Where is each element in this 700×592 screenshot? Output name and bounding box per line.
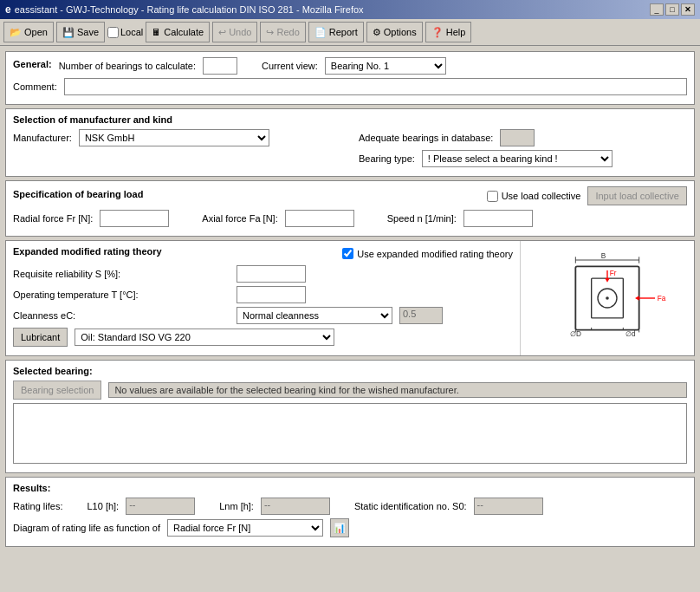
cleanness-select[interactable]: Normal cleanness — [237, 307, 392, 324]
save-button[interactable]: 💾 Save — [56, 22, 105, 42]
undo-icon: ↩ — [218, 27, 226, 38]
speed-input[interactable]: 1000.0 — [463, 210, 533, 227]
comment-label: Comment: — [13, 81, 57, 92]
adequate-count — [500, 129, 535, 146]
cleanness-num: 0.5 — [399, 307, 443, 324]
report-button[interactable]: 📄 Report — [308, 22, 364, 42]
bearing-selection-row: Bearing selection No values are availabl… — [13, 381, 687, 400]
bearing-selection-button[interactable]: Bearing selection — [13, 381, 101, 400]
use-load-collective-label: Use load collective — [487, 191, 581, 202]
manufacturer-section-title: Selection of manufacturer and kind — [13, 114, 687, 125]
axial-label: Axial force Fa [N]: — [202, 213, 277, 224]
svg-text:B: B — [601, 252, 606, 260]
manufacturer-section: Selection of manufacturer and kind Manuf… — [5, 108, 695, 177]
title-bar-buttons: _ □ ✕ — [650, 3, 695, 16]
rating-section-title: Expanded modified rating theory — [13, 246, 162, 257]
lnm-value: -- — [261, 498, 330, 515]
reliability-input[interactable]: 90.0 — [237, 265, 306, 283]
static-label: Static identification no. S0: — [354, 501, 467, 511]
title-bar-left: e eassistant - GWJ-Technology - Rating l… — [5, 3, 364, 16]
temperature-label: Operating temperature T [°C]: — [13, 289, 230, 300]
num-bearings-input[interactable]: 1 — [203, 57, 237, 75]
load-section-title: Specification of bearing load — [13, 189, 143, 199]
svg-text:∅d: ∅d — [625, 330, 636, 338]
bearing-section: Selected bearing: Bearing selection No v… — [5, 360, 695, 473]
results-section: Results: Rating lifes: L10 [h]: -- Lnm [… — [5, 477, 695, 547]
current-view-select[interactable]: Bearing No. 1 — [325, 57, 446, 75]
undo-button[interactable]: ↩ Undo — [212, 22, 257, 42]
bearing-message: No values are available for the selected… — [108, 382, 687, 398]
window-title: eassistant - GWJ-Technology - Rating lif… — [15, 4, 364, 15]
diagram-label: Diagram of rating life as function of — [13, 523, 160, 533]
radial-label: Radial force Fr [N]: — [13, 213, 93, 224]
calculate-icon: 🖩 — [152, 27, 161, 37]
num-bearings-label: Number of bearings to calculate: — [59, 61, 196, 71]
rating-right: B Fr Fa ∅D ∅d — [521, 241, 694, 355]
speed-label: Speed n [1/min]: — [387, 213, 457, 224]
results-title: Results: — [13, 483, 687, 493]
bearing-type-label: Bearing type: — [359, 153, 415, 164]
manufacturer-right: Adequate bearings in database: Bearing t… — [359, 129, 687, 171]
svg-marker-12 — [635, 296, 639, 301]
manufacturer-row: Manufacturer: NSK GmbH — [13, 129, 341, 146]
calculate-button[interactable]: 🖩 Calculate — [146, 22, 210, 42]
save-icon: 💾 — [62, 27, 75, 38]
open-button[interactable]: 📂 Open — [3, 22, 54, 42]
comment-input[interactable] — [64, 78, 687, 95]
diagram-select[interactable]: Radial force Fr [N] — [167, 519, 323, 537]
radial-input[interactable]: 1000.0 — [100, 210, 169, 227]
svg-text:Fa: Fa — [658, 295, 666, 303]
minimize-button[interactable]: _ — [650, 3, 664, 16]
lubricant-button[interactable]: Lubricant — [13, 328, 68, 347]
open-icon: 📂 — [10, 27, 22, 38]
bearing-type-row: Bearing type: ! Please select a bearing … — [359, 150, 687, 167]
main-content: General: Number of bearings to calculate… — [0, 46, 700, 552]
close-button[interactable]: ✕ — [681, 3, 695, 16]
general-section: General: Number of bearings to calculate… — [5, 51, 695, 105]
local-checkbox[interactable] — [107, 27, 119, 38]
lubricant-select[interactable]: Oil: Standard ISO VG 220 — [75, 329, 334, 346]
redo-button[interactable]: ↪ Redo — [260, 22, 305, 42]
toolbar: 📂 Open 💾 Save Local 🖩 Calculate ↩ Undo ↪… — [0, 19, 700, 46]
help-button[interactable]: ❓ Help — [425, 22, 472, 42]
maximize-button[interactable]: □ — [665, 3, 679, 16]
help-icon: ❓ — [431, 27, 444, 38]
use-expanded-label: Use expanded modified rating theory — [342, 248, 513, 259]
svg-point-3 — [606, 296, 609, 300]
bearing-section-title: Selected bearing: — [13, 366, 687, 376]
lnm-label: Lnm [h]: — [219, 501, 254, 511]
temperature-row: Operating temperature T [°C]: 70.0 — [13, 286, 513, 303]
bearing-type-select[interactable]: ! Please select a bearing kind ! — [422, 150, 612, 167]
load-row: Radial force Fr [N]: 1000.0 Axial force … — [13, 210, 687, 227]
adequate-label: Adequate bearings in database: — [359, 133, 493, 143]
l10-value: -- — [126, 498, 195, 515]
cleanness-row: Cleanness eC: Normal cleanness 0.5 — [13, 307, 513, 324]
bearing-display — [13, 403, 687, 464]
diagram-button[interactable]: 📊 — [330, 518, 349, 537]
input-load-collective-button[interactable]: Input load collective — [587, 186, 687, 205]
use-expanded-checkbox[interactable] — [342, 248, 353, 259]
chart-icon: 📊 — [334, 523, 346, 534]
svg-text:Fr: Fr — [610, 270, 617, 277]
current-view-label: Current view: — [262, 61, 318, 71]
load-section: Specification of bearing load Use load c… — [5, 180, 695, 237]
manufacturer-select[interactable]: NSK GmbH — [79, 129, 269, 146]
rating-section: Expanded modified rating theory Use expa… — [5, 240, 695, 356]
use-load-collective-checkbox[interactable] — [487, 191, 498, 202]
rating-lifes-label: Rating lifes: — [13, 501, 62, 511]
axial-input[interactable]: 500.0 — [285, 210, 354, 227]
options-button[interactable]: ⚙ Options — [366, 22, 423, 42]
app-icon: e — [5, 3, 11, 16]
manufacturer-label: Manufacturer: — [13, 133, 72, 143]
redo-icon: ↪ — [266, 27, 274, 38]
adequate-row: Adequate bearings in database: — [359, 129, 687, 146]
static-value: -- — [474, 498, 543, 515]
bearing-diagram: B Fr Fa ∅D ∅d — [525, 250, 690, 346]
results-row2: Diagram of rating life as function of Ra… — [13, 518, 687, 537]
temperature-input[interactable]: 70.0 — [237, 286, 306, 303]
cleanness-label: Cleanness eC: — [13, 310, 230, 321]
svg-marker-9 — [605, 278, 610, 283]
l10-label: L10 [h]: — [87, 501, 119, 511]
options-icon: ⚙ — [373, 27, 381, 38]
report-icon: 📄 — [314, 27, 327, 38]
